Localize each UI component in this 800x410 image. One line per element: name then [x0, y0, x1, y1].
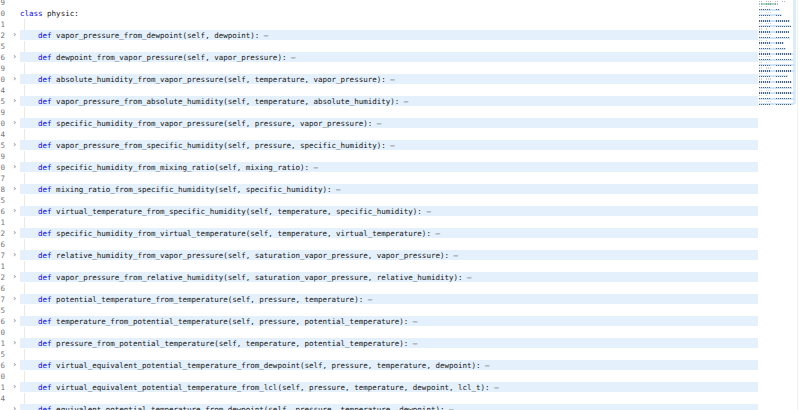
- fold-chevron-icon[interactable]: ›: [10, 403, 19, 410]
- code-line-blank[interactable]: 4: [0, 393, 758, 404]
- code-line-def[interactable]: 5› def vapor_pressure_from_specific_humi…: [0, 140, 758, 151]
- line-number: 0: [1, 162, 10, 173]
- line-number: 6: [1, 283, 10, 294]
- code-line-def[interactable]: 2› def specific_humidity_from_virtual_te…: [0, 228, 758, 239]
- code-text: [20, 195, 758, 206]
- code-line-blank[interactable]: 0: [0, 327, 758, 338]
- fold-chevron-icon[interactable]: ›: [10, 227, 19, 240]
- fold-chevron-icon[interactable]: ›: [10, 95, 19, 108]
- fold-chevron-icon[interactable]: ›: [10, 205, 19, 218]
- code-line-def[interactable]: 7› def potential_temperature_from_temper…: [0, 294, 758, 305]
- code-line-def[interactable]: 5› def vapor_pressure_from_absolute_humi…: [0, 96, 758, 107]
- code-line-blank[interactable]: 4: [0, 85, 758, 96]
- method-signature: vapor_pressure_from_relative_humidity(se…: [52, 273, 467, 282]
- line-number: 5: [1, 349, 10, 360]
- code-line-blank[interactable]: 4: [0, 129, 758, 140]
- code-line-def[interactable]: 6› def temperature_from_potential_temper…: [0, 316, 758, 327]
- code-line-def[interactable]: › def equivalent_potential_temperature_f…: [0, 404, 758, 410]
- keyword: def: [38, 97, 52, 106]
- code-line-def[interactable]: 1› def pressure_from_potential_temperatu…: [0, 338, 758, 349]
- fold-chevron-icon[interactable]: ›: [10, 51, 19, 64]
- line-number: 4: [1, 85, 10, 96]
- fold-chevron-icon[interactable]: ›: [10, 271, 19, 284]
- keyword: def: [38, 53, 52, 62]
- line-number: 1: [1, 382, 10, 393]
- method-signature: equivalent_potential_temperature_from_de…: [52, 405, 449, 410]
- line-number: 5: [1, 96, 10, 107]
- line-number: 4: [1, 393, 10, 404]
- code-line-blank[interactable]: 9: [0, 151, 758, 162]
- class-name: physic:: [43, 9, 79, 18]
- fold-chevron-icon[interactable]: ›: [10, 315, 19, 328]
- code-text: def specific_humidity_from_virtual_tempe…: [20, 228, 758, 239]
- code-line-blank[interactable]: 5: [0, 195, 758, 206]
- code-line-def[interactable]: 6› def dewpoint_from_vapor_pressure(self…: [0, 52, 758, 63]
- code-line-blank[interactable]: 5: [0, 349, 758, 360]
- fold-chevron-icon[interactable]: ›: [10, 73, 19, 86]
- minimap[interactable]: [758, 0, 797, 410]
- code-text: def virtual_temperature_from_specific_hu…: [20, 206, 758, 217]
- code-line-blank[interactable]: 6: [0, 283, 758, 294]
- code-line-def[interactable]: 0› def specific_humidity_from_mixing_rat…: [0, 162, 758, 173]
- editor-pane[interactable]: 90class physic:12› def vapor_pressure_fr…: [0, 0, 758, 410]
- code-line-def[interactable]: 6› def virtual_temperature_from_specific…: [0, 206, 758, 217]
- code-line-blank[interactable]: 9: [0, 63, 758, 74]
- fold-chevron-icon[interactable]: ›: [10, 183, 19, 196]
- fold-chevron-icon[interactable]: ›: [10, 293, 19, 306]
- fold-chevron-icon[interactable]: ›: [10, 117, 19, 130]
- folded-code-marker: –: [435, 229, 440, 238]
- method-signature: virtual_equivalent_potential_temperature…: [52, 383, 495, 392]
- line-number: [1, 404, 10, 410]
- fold-chevron-icon[interactable]: ›: [10, 337, 19, 350]
- code-text: def absolute_humidity_from_vapor_pressur…: [20, 74, 758, 85]
- code-line-blank[interactable]: 6: [0, 239, 758, 250]
- folded-code-marker: –: [494, 383, 499, 392]
- code-text: [20, 19, 758, 30]
- code-text: [20, 261, 758, 272]
- code-line-blank[interactable]: 9: [0, 0, 758, 8]
- line-number: 7: [1, 294, 10, 305]
- code-line-def[interactable]: 6› def virtual_equivalent_potential_temp…: [0, 360, 758, 371]
- code-text: [20, 305, 758, 316]
- folded-code-marker: –: [467, 273, 472, 282]
- method-signature: temperature_from_potential_temperature(s…: [52, 317, 413, 326]
- line-number: 2: [1, 272, 10, 283]
- code-line-blank[interactable]: 1: [0, 261, 758, 272]
- method-signature: mixing_ratio_from_specific_humidity(self…: [52, 185, 336, 194]
- keyword: def: [38, 185, 52, 194]
- keyword: def: [38, 31, 52, 40]
- fold-chevron-icon[interactable]: ›: [10, 29, 19, 42]
- line-number: 9: [1, 107, 10, 118]
- line-number: 5: [1, 140, 10, 151]
- folded-code-marker: –: [413, 339, 418, 348]
- code-line-def[interactable]: 2› def vapor_pressure_from_dewpoint(self…: [0, 30, 758, 41]
- code-line-class[interactable]: 0class physic:: [0, 8, 758, 19]
- code-line-blank[interactable]: 9: [0, 107, 758, 118]
- code-line-def[interactable]: 2› def vapor_pressure_from_relative_humi…: [0, 272, 758, 283]
- code-line-blank[interactable]: 1: [0, 217, 758, 228]
- fold-chevron-icon[interactable]: ›: [10, 381, 19, 394]
- code-line-def[interactable]: 0› def specific_humidity_from_vapor_pres…: [0, 118, 758, 129]
- code-line-def[interactable]: 7› def relative_humidity_from_vapor_pres…: [0, 250, 758, 261]
- folded-code-marker: –: [413, 317, 418, 326]
- line-number: 1: [1, 217, 10, 228]
- folded-code-marker: –: [291, 53, 296, 62]
- code-line-def[interactable]: 8› def mixing_ratio_from_specific_humidi…: [0, 184, 758, 195]
- code-line-blank[interactable]: 1: [0, 19, 758, 30]
- fold-chevron-icon[interactable]: ›: [10, 139, 19, 152]
- method-signature: pressure_from_potential_temperature(self…: [52, 339, 413, 348]
- code-line-def[interactable]: 0› def absolute_humidity_from_vapor_pres…: [0, 74, 758, 85]
- line-number: 9: [1, 63, 10, 74]
- fold-chevron-icon[interactable]: ›: [10, 249, 19, 262]
- fold-chevron-icon[interactable]: ›: [10, 161, 19, 174]
- method-signature: vapor_pressure_from_specific_humidity(se…: [52, 141, 391, 150]
- code-editor: 90class physic:12› def vapor_pressure_fr…: [0, 0, 800, 410]
- code-line-blank[interactable]: 7: [0, 173, 758, 184]
- code-line-blank[interactable]: 5: [0, 41, 758, 52]
- code-line-blank[interactable]: 0: [0, 371, 758, 382]
- code-line-blank[interactable]: 5: [0, 305, 758, 316]
- fold-chevron-icon[interactable]: ›: [10, 359, 19, 372]
- method-signature: relative_humidity_from_vapor_pressure(se…: [52, 251, 454, 260]
- code-line-def[interactable]: 1› def virtual_equivalent_potential_temp…: [0, 382, 758, 393]
- line-number: 1: [1, 338, 10, 349]
